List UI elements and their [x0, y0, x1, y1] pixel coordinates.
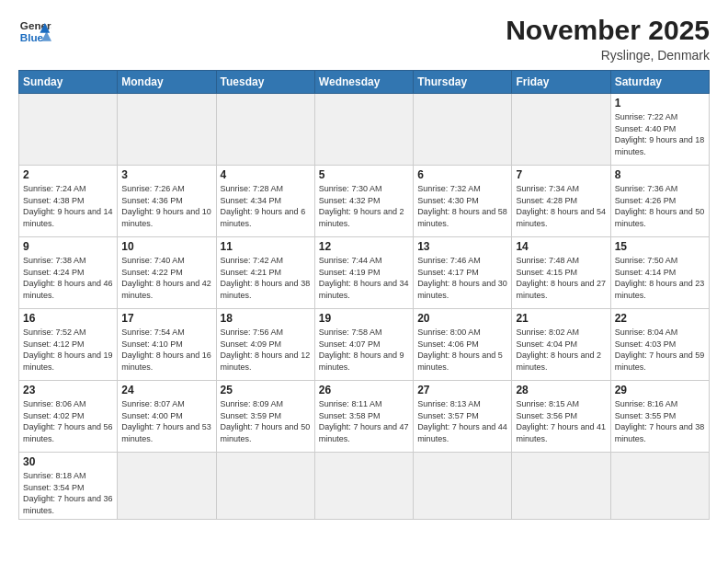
day-15: 15 Sunrise: 7:50 AMSunset: 4:14 PMDaylig… — [610, 237, 709, 309]
weekday-header-row: Sunday Monday Tuesday Wednesday Thursday… — [19, 71, 710, 94]
week-row-3: 9 Sunrise: 7:38 AMSunset: 4:24 PMDayligh… — [19, 237, 710, 309]
header-friday: Friday — [512, 71, 610, 94]
empty-cell — [314, 453, 413, 520]
header-monday: Monday — [118, 71, 216, 94]
empty-cell — [314, 94, 413, 166]
day-21: 21 Sunrise: 8:02 AMSunset: 4:04 PMDaylig… — [512, 309, 610, 381]
week-row-2: 2 Sunrise: 7:24 AMSunset: 4:38 PMDayligh… — [19, 166, 710, 237]
empty-cell — [414, 453, 512, 520]
day-10: 10 Sunrise: 7:40 AMSunset: 4:22 PMDaylig… — [118, 237, 216, 309]
week-row-6: 30 Sunrise: 8:18 AMSunset: 3:54 PMDaylig… — [19, 453, 710, 520]
page: General Blue November 2025 Ryslinge, Den… — [0, 0, 728, 563]
day-7: 7 Sunrise: 7:34 AMSunset: 4:28 PMDayligh… — [512, 166, 610, 237]
day-12: 12 Sunrise: 7:44 AMSunset: 4:19 PMDaylig… — [314, 237, 413, 309]
day-23: 23 Sunrise: 8:06 AMSunset: 4:02 PMDaylig… — [19, 381, 118, 453]
empty-cell — [19, 94, 118, 166]
empty-cell — [512, 453, 610, 520]
header-saturday: Saturday — [610, 71, 709, 94]
empty-cell — [610, 453, 709, 520]
day-9: 9 Sunrise: 7:38 AMSunset: 4:24 PMDayligh… — [19, 237, 118, 309]
month-title: November 2025 — [506, 15, 710, 46]
day-20: 20 Sunrise: 8:00 AMSunset: 4:06 PMDaylig… — [414, 309, 512, 381]
day-3: 3 Sunrise: 7:26 AMSunset: 4:36 PMDayligh… — [118, 166, 216, 237]
day-4: 4 Sunrise: 7:28 AMSunset: 4:34 PMDayligh… — [216, 166, 314, 237]
logo-icon: General Blue — [18, 15, 51, 48]
day-17: 17 Sunrise: 7:54 AMSunset: 4:10 PMDaylig… — [118, 309, 216, 381]
empty-cell — [512, 94, 610, 166]
empty-cell — [118, 94, 216, 166]
day-2: 2 Sunrise: 7:24 AMSunset: 4:38 PMDayligh… — [19, 166, 118, 237]
day-14: 14 Sunrise: 7:48 AMSunset: 4:15 PMDaylig… — [512, 237, 610, 309]
day-13: 13 Sunrise: 7:46 AMSunset: 4:17 PMDaylig… — [414, 237, 512, 309]
empty-cell — [216, 453, 314, 520]
day-8: 8 Sunrise: 7:36 AMSunset: 4:26 PMDayligh… — [610, 166, 709, 237]
day-16: 16 Sunrise: 7:52 AMSunset: 4:12 PMDaylig… — [19, 309, 118, 381]
day-30: 30 Sunrise: 8:18 AMSunset: 3:54 PMDaylig… — [19, 453, 118, 520]
header: General Blue November 2025 Ryslinge, Den… — [18, 15, 710, 63]
header-thursday: Thursday — [414, 71, 512, 94]
day-5: 5 Sunrise: 7:30 AMSunset: 4:32 PMDayligh… — [314, 166, 413, 237]
day-6: 6 Sunrise: 7:32 AMSunset: 4:30 PMDayligh… — [414, 166, 512, 237]
header-wednesday: Wednesday — [314, 71, 413, 94]
day-11: 11 Sunrise: 7:42 AMSunset: 4:21 PMDaylig… — [216, 237, 314, 309]
empty-cell — [118, 453, 216, 520]
logo: General Blue — [18, 15, 51, 48]
header-sunday: Sunday — [19, 71, 118, 94]
day-22: 22 Sunrise: 8:04 AMSunset: 4:03 PMDaylig… — [610, 309, 709, 381]
week-row-5: 23 Sunrise: 8:06 AMSunset: 4:02 PMDaylig… — [19, 381, 710, 453]
day-25: 25 Sunrise: 8:09 AMSunset: 3:59 PMDaylig… — [216, 381, 314, 453]
day-18: 18 Sunrise: 7:56 AMSunset: 4:09 PMDaylig… — [216, 309, 314, 381]
day-info-1: Sunrise: 7:22 AM Sunset: 4:40 PM Dayligh… — [615, 111, 705, 157]
calendar: Sunday Monday Tuesday Wednesday Thursday… — [18, 70, 710, 520]
day-26: 26 Sunrise: 8:11 AMSunset: 3:58 PMDaylig… — [314, 381, 413, 453]
week-row-4: 16 Sunrise: 7:52 AMSunset: 4:12 PMDaylig… — [19, 309, 710, 381]
day-27: 27 Sunrise: 8:13 AMSunset: 3:57 PMDaylig… — [414, 381, 512, 453]
day-24: 24 Sunrise: 8:07 AMSunset: 4:00 PMDaylig… — [118, 381, 216, 453]
day-28: 28 Sunrise: 8:15 AMSunset: 3:56 PMDaylig… — [512, 381, 610, 453]
header-tuesday: Tuesday — [216, 71, 314, 94]
week-row-1: 1 Sunrise: 7:22 AM Sunset: 4:40 PM Dayli… — [19, 94, 710, 166]
day-29: 29 Sunrise: 8:16 AMSunset: 3:55 PMDaylig… — [610, 381, 709, 453]
empty-cell — [414, 94, 512, 166]
title-block: November 2025 Ryslinge, Denmark — [506, 15, 710, 63]
day-1: 1 Sunrise: 7:22 AM Sunset: 4:40 PM Dayli… — [610, 94, 709, 166]
day-19: 19 Sunrise: 7:58 AMSunset: 4:07 PMDaylig… — [314, 309, 413, 381]
location: Ryslinge, Denmark — [506, 48, 710, 63]
day-number-1: 1 — [615, 97, 705, 109]
empty-cell — [216, 94, 314, 166]
